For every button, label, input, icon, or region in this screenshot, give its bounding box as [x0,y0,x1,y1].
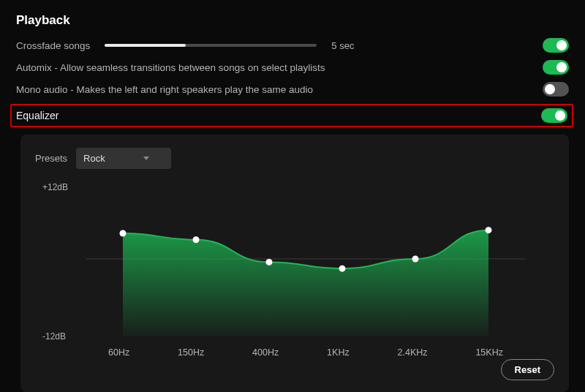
mono-row: Mono audio - Makes the left and right sp… [16,82,569,97]
crossfade-row: Crossfade songs 5 sec [16,38,569,53]
automix-toggle[interactable] [543,60,569,75]
eq-band-handle[interactable] [193,236,200,243]
y-axis-top-label: +12dB [42,182,68,192]
equalizer-chart[interactable]: +12dB -12dB 60Hz150Hz400Hz1KHz2.4KHz15KH… [35,182,554,358]
section-title: Playback [16,13,569,28]
equalizer-row: Equalizer [10,104,573,127]
reset-button[interactable]: Reset [501,359,554,380]
x-axis-label: 60Hz [108,347,129,358]
equalizer-label: Equalizer [16,110,58,121]
preset-select[interactable]: Rock [76,148,171,169]
x-axis-label: 2.4KHz [398,347,428,358]
equalizer-panel: Presets Rock +12dB -12dB [20,135,569,392]
crossfade-toggle[interactable] [543,38,569,53]
x-axis-label: 15KHz [475,347,503,358]
x-axis-label: 400Hz [252,347,279,358]
mono-toggle[interactable] [543,82,569,97]
mono-label: Mono audio - Makes the left and right sp… [16,84,313,95]
crossfade-slider[interactable] [105,44,317,47]
crossfade-label: Crossfade songs [16,40,90,51]
eq-band-handle[interactable] [339,265,346,272]
x-axis-label: 150Hz [178,347,204,358]
automix-row: Automix - Allow seamless transitions bet… [16,60,569,75]
x-axis-label: 1KHz [327,347,350,358]
crossfade-value: 5 sec [331,40,354,51]
equalizer-toggle[interactable] [541,108,567,123]
eq-band-handle[interactable] [120,230,127,237]
chevron-down-icon [143,157,149,160]
automix-label: Automix - Allow seamless transitions bet… [16,62,325,73]
eq-band-handle[interactable] [266,259,273,265]
eq-band-handle[interactable] [486,227,492,233]
y-axis-bottom-label: -12dB [42,331,66,342]
eq-band-handle[interactable] [412,256,419,263]
presets-label: Presets [35,153,67,164]
preset-selected-value: Rock [83,153,105,164]
